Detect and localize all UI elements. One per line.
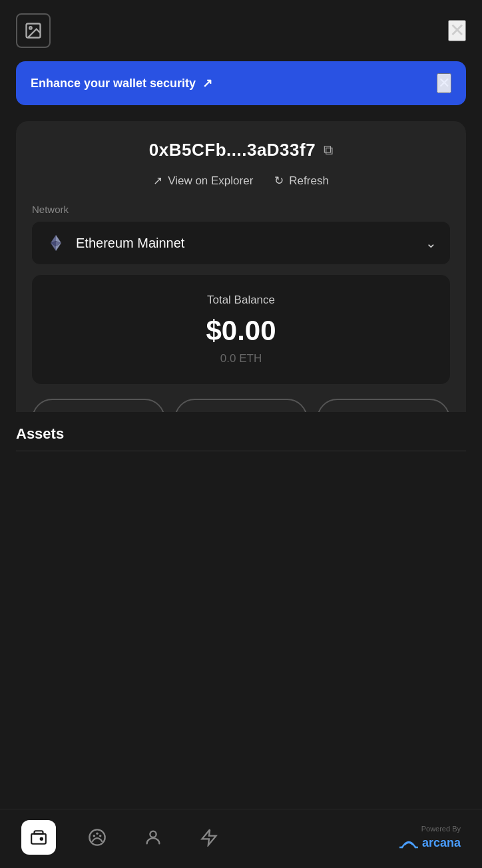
svg-point-1 xyxy=(29,27,32,29)
refresh-label: Refresh xyxy=(289,174,329,188)
assets-divider xyxy=(16,451,466,451)
svg-point-12 xyxy=(96,832,99,835)
send-button[interactable]: SEND xyxy=(32,399,165,412)
svg-point-9 xyxy=(41,838,43,840)
network-left: Ethereum Mainnet xyxy=(45,232,184,254)
lightning-nav-icon xyxy=(194,823,224,852)
main-container: Enhance your wallet security ↗ ✕ 0xB5CFb… xyxy=(0,61,482,412)
security-banner[interactable]: Enhance your wallet security ↗ ✕ xyxy=(16,61,466,105)
network-name: Ethereum Mainnet xyxy=(76,236,184,251)
view-explorer-button[interactable]: ↗ View on Explorer xyxy=(153,174,253,188)
assets-section: Assets xyxy=(0,412,482,458)
chevron-down-icon: ⌄ xyxy=(425,235,437,251)
explorer-icon: ↗ xyxy=(153,174,162,188)
copy-icon[interactable]: ⧉ xyxy=(324,142,333,158)
wallet-actions: ↗ View on Explorer ↻ Refresh xyxy=(32,174,450,188)
nav-left xyxy=(21,820,224,855)
nav-item-wallet[interactable] xyxy=(21,820,56,855)
ethereum-logo xyxy=(45,232,67,254)
nav-item-nft[interactable] xyxy=(83,823,112,852)
svg-point-14 xyxy=(150,831,156,837)
wallet-nav-icon xyxy=(21,820,56,855)
arcana-brand-text: arcana xyxy=(422,836,461,850)
nav-item-activity[interactable] xyxy=(194,823,224,852)
svg-rect-8 xyxy=(31,834,46,844)
balance-eth: 0.0 ETH xyxy=(45,352,437,365)
security-banner-label: Enhance your wallet security xyxy=(31,77,196,91)
action-buttons: SEND BUY RECEIVE xyxy=(32,399,450,412)
svg-point-13 xyxy=(99,835,102,837)
image-placeholder-icon xyxy=(16,13,51,48)
wallet-address-row: 0xB5CFb....3aD33f7 ⧉ xyxy=(32,140,450,160)
svg-point-11 xyxy=(93,835,96,837)
view-explorer-label: View on Explorer xyxy=(168,174,253,188)
arcana-logo: arcana xyxy=(399,835,461,850)
powered-by: Powered By arcana xyxy=(399,825,461,850)
balance-amount: $0.00 xyxy=(45,315,437,347)
top-bar: ✕ xyxy=(0,0,482,61)
powered-by-text: Powered By xyxy=(421,825,461,833)
balance-card: Total Balance $0.00 0.0 ETH xyxy=(32,275,450,384)
bottom-nav: Powered By arcana xyxy=(0,809,482,868)
wallet-card: 0xB5CFb....3aD33f7 ⧉ ↗ View on Explorer … xyxy=(16,121,466,412)
security-banner-text: Enhance your wallet security ↗ xyxy=(31,76,212,91)
refresh-button[interactable]: ↻ Refresh xyxy=(274,174,329,188)
nav-item-profile[interactable] xyxy=(138,823,168,852)
receive-button[interactable]: RECEIVE xyxy=(317,399,450,412)
profile-nav-icon xyxy=(138,823,168,852)
assets-title: Assets xyxy=(16,425,466,443)
buy-button[interactable]: BUY xyxy=(174,399,308,412)
arcana-symbol-icon xyxy=(399,835,418,850)
external-link-icon: ↗ xyxy=(202,76,212,91)
refresh-icon: ↻ xyxy=(274,174,284,188)
close-button[interactable]: ✕ xyxy=(448,20,466,41)
wallet-address: 0xB5CFb....3aD33f7 xyxy=(149,140,316,160)
palette-nav-icon xyxy=(83,823,112,852)
network-label: Network xyxy=(32,204,450,215)
balance-label: Total Balance xyxy=(45,294,437,307)
security-banner-close[interactable]: ✕ xyxy=(437,73,451,93)
network-selector[interactable]: Ethereum Mainnet ⌄ xyxy=(32,222,450,264)
